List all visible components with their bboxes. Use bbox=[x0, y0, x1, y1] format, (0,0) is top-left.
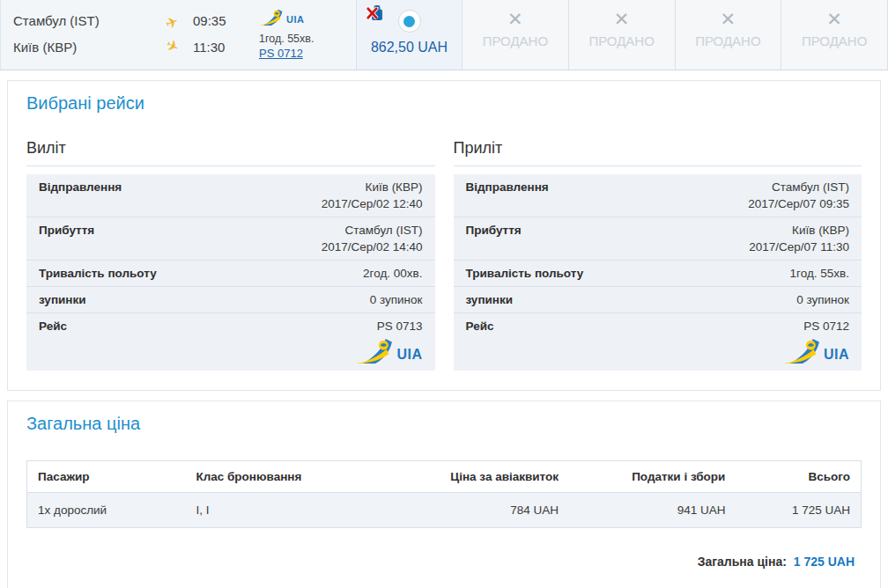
detail-row-flight: Рейс PS 0712 UIA bbox=[454, 313, 862, 371]
fare-option-sold-4: ✕ ПРОДАНО bbox=[781, 0, 888, 70]
detail-row-stops: зупинки 0 зупинок bbox=[454, 287, 862, 313]
sold-x-icon: ✕ bbox=[507, 10, 523, 29]
detail-row-stops: зупинки 0 зупинок bbox=[26, 287, 435, 313]
detail-row-departure: Відправлення Стамбул (IST) 2017/Сер/07 0… bbox=[454, 174, 862, 217]
radio-dot bbox=[403, 16, 415, 27]
cell-booking-class: I, I bbox=[185, 493, 385, 528]
grand-total-value: 1 725 UAH bbox=[794, 555, 855, 569]
col-booking-class: Клас бронювання bbox=[185, 461, 385, 493]
detail-row-arrival: Прибуття Київ (КВР) 2017/Сер/07 11:30 bbox=[454, 217, 862, 261]
airline-logo: UIA bbox=[356, 338, 422, 364]
price-table-row: 1х дорослий I, I 784 UAH 941 UAH 1 725 U… bbox=[27, 493, 862, 528]
cell-ticket-price: 784 UAH bbox=[386, 493, 569, 528]
col-taxes: Податки і збори bbox=[569, 461, 736, 493]
cell-total: 1 725 UAH bbox=[736, 493, 861, 528]
fare-option-sold-1: ✕ ПРОДАНО bbox=[462, 0, 569, 70]
fare-selection-bar: Стамбул (IST) Київ (КВР) ✈ 09:35 ✈ 11:30 bbox=[0, 0, 888, 70]
detail-row-flight: Рейс PS 0713 UIA bbox=[26, 313, 435, 371]
origin-city: Стамбул (IST) bbox=[13, 11, 159, 31]
selected-flights-title: Вибрані рейси bbox=[26, 92, 862, 114]
sold-label: ПРОДАНО bbox=[695, 33, 760, 48]
airline-logo-text: UIA bbox=[824, 348, 849, 364]
fare-option-selected[interactable]: 862,50 UAH bbox=[357, 0, 462, 70]
sold-label: ПРОДАНО bbox=[483, 33, 548, 48]
uia-tail-icon bbox=[259, 9, 283, 26]
col-ticket-price: Ціна за авіаквиток bbox=[386, 461, 569, 493]
outbound-flight-card: Виліт Відправлення Київ (КВР) 2017/Сер/0… bbox=[26, 138, 435, 371]
landing-icon: ✈ bbox=[163, 36, 187, 58]
airline-logo-text: UIA bbox=[286, 15, 304, 26]
fare-option-sold-3: ✕ ПРОДАНО bbox=[676, 0, 782, 70]
airline-logo-text: UIA bbox=[396, 348, 422, 364]
sold-x-icon: ✕ bbox=[721, 10, 736, 29]
sold-label: ПРОДАНО bbox=[802, 33, 867, 48]
total-price-section: Загальна ціна Пасажир Клас бронювання Ці… bbox=[7, 401, 881, 588]
price-table-header-row: Пасажир Клас бронювання Ціна за авіаквит… bbox=[27, 461, 862, 493]
route-cities: Стамбул (IST) Київ (КВР) bbox=[13, 9, 159, 62]
uia-tail-icon bbox=[783, 338, 820, 364]
detail-row-duration: Тривалість польоту 2год. 00хв. bbox=[26, 261, 435, 287]
outbound-card-title: Виліт bbox=[26, 138, 435, 166]
airline-logo: UIA bbox=[259, 9, 304, 26]
cell-taxes: 941 UAH bbox=[569, 493, 736, 528]
cell-passenger: 1х дорослий bbox=[27, 493, 186, 528]
sold-x-icon: ✕ bbox=[614, 10, 630, 29]
flight-number-link[interactable]: PS 0712 bbox=[259, 46, 356, 62]
uia-tail-icon bbox=[356, 338, 393, 364]
inbound-flight-card: Приліт Відправлення Стамбул (IST) 2017/С… bbox=[454, 138, 862, 371]
col-total: Всього bbox=[736, 461, 861, 493]
flight-info: UIA 1год. 55хв. PS 0712 bbox=[259, 9, 356, 62]
col-passenger: Пасажир bbox=[27, 461, 186, 493]
departure-time: 09:35 bbox=[193, 11, 226, 31]
destination-city: Київ (КВР) bbox=[13, 38, 159, 57]
flight-duration: 1год. 55хв. bbox=[259, 32, 356, 46]
sold-label: ПРОДАНО bbox=[588, 33, 654, 48]
route-times: ✈ 09:35 ✈ 11:30 bbox=[159, 9, 259, 62]
takeoff-icon: ✈ bbox=[164, 11, 188, 32]
selected-flights-section: Вибрані рейси Виліт Відправлення Київ (К… bbox=[7, 80, 881, 391]
detail-row-arrival: Прибуття Стамбул (IST) 2017/Сер/02 14:40 bbox=[26, 217, 435, 261]
no-baggage-icon bbox=[365, 4, 384, 26]
inbound-card-title: Приліт bbox=[454, 138, 862, 166]
flight-summary-cell: Стамбул (IST) Київ (КВР) ✈ 09:35 ✈ 11:30 bbox=[0, 0, 357, 70]
price-table: Пасажир Клас бронювання Ціна за авіаквит… bbox=[26, 460, 862, 528]
total-price-title: Загальна ціна bbox=[26, 413, 862, 434]
fare-price: 862,50 UAH bbox=[371, 40, 448, 55]
detail-row-departure: Відправлення Київ (КВР) 2017/Сер/02 12:4… bbox=[26, 174, 435, 217]
sold-x-icon: ✕ bbox=[826, 10, 842, 29]
airline-logo: UIA bbox=[783, 338, 849, 364]
fare-radio-selected[interactable] bbox=[398, 10, 421, 33]
arrival-time: 11:30 bbox=[193, 38, 225, 57]
grand-total-line: Загальна ціна: 1 725 UAH bbox=[26, 555, 862, 569]
detail-row-duration: Тривалість польоту 1год. 55хв. bbox=[454, 261, 862, 287]
fare-option-sold-2: ✕ ПРОДАНО bbox=[569, 0, 676, 70]
grand-total-label: Загальна ціна: bbox=[698, 555, 787, 569]
